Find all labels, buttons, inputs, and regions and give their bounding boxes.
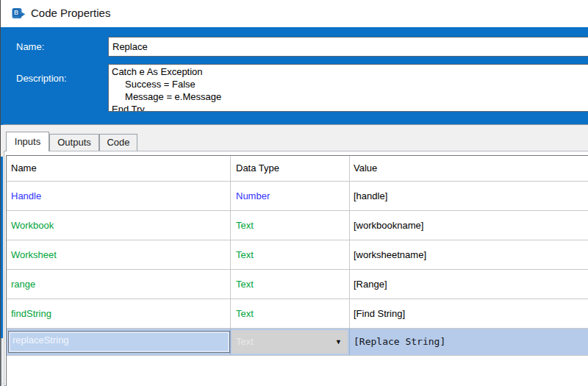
param-value: [workbookname]	[354, 211, 423, 240]
column-header-type: Data Type	[236, 156, 279, 181]
name-input[interactable]	[108, 37, 588, 57]
table-row[interactable]: findString Text [Find String]	[7, 299, 588, 329]
param-name: range	[11, 270, 35, 299]
window-title: Code Properties	[31, 7, 110, 19]
tab-code[interactable]: Code	[99, 134, 137, 151]
table-row-selected[interactable]: replaceString Text ▼ [Replace String]	[7, 329, 588, 356]
table-row[interactable]: Handle Number [handle]	[7, 182, 588, 211]
param-name-edit-input[interactable]: replaceString	[8, 331, 230, 353]
table-row[interactable]: Workbook Text [workbookname]	[7, 211, 588, 240]
tab-outputs[interactable]: Outputs	[49, 134, 99, 151]
param-name: findString	[11, 299, 51, 328]
param-type: Text	[236, 299, 254, 328]
blueprism-code-icon: B	[10, 6, 25, 21]
param-type: Text	[236, 270, 254, 299]
param-name: replaceString	[12, 335, 69, 346]
dropdown-selected-value: Text	[236, 336, 254, 347]
param-value: [Find String]	[354, 299, 405, 328]
param-type: Number	[236, 182, 270, 210]
window-left-blue-edge	[1, 27, 3, 338]
column-separator	[230, 329, 231, 355]
table-row[interactable]: Worksheet Text [worksheetname]	[7, 240, 588, 270]
param-name: Handle	[11, 182, 41, 210]
column-header-value: Value	[354, 156, 377, 181]
code-properties-window: B Code Properties Name: Description: Cat…	[0, 0, 588, 386]
param-name: Workbook	[11, 211, 54, 240]
svg-text:B: B	[14, 9, 18, 16]
param-value: [Range]	[354, 270, 387, 299]
chevron-down-icon: ▼	[335, 330, 342, 354]
grid-header-row: Name Data Type Value	[7, 156, 588, 182]
description-label: Description:	[16, 73, 67, 84]
window-left-gray-edge	[1, 338, 2, 386]
column-separator	[349, 329, 350, 355]
grid-rows: Handle Number [handle] Workbook Text [wo…	[7, 182, 588, 356]
description-input[interactable]: Catch e As Exception Success = False Mes…	[108, 64, 588, 112]
param-name: Worksheet	[11, 240, 57, 269]
param-value: [Replace String]	[354, 329, 445, 355]
table-row[interactable]: range Text [Range]	[7, 270, 588, 299]
titlebar: B Code Properties	[1, 0, 588, 27]
param-type: Text	[236, 211, 254, 240]
parameters-grid: Name Data Type Value Handle Number [hand…	[6, 155, 588, 386]
tab-inputs[interactable]: Inputs	[6, 132, 49, 151]
param-type: Text	[236, 240, 254, 269]
param-value: [handle]	[354, 182, 387, 210]
properties-header: Name: Description: Catch e As Exception …	[1, 27, 588, 125]
column-header-name: Name	[11, 156, 37, 181]
param-value: [worksheetname]	[354, 240, 426, 269]
data-type-dropdown[interactable]: Text ▼	[232, 330, 348, 354]
name-label: Name:	[16, 41, 44, 52]
